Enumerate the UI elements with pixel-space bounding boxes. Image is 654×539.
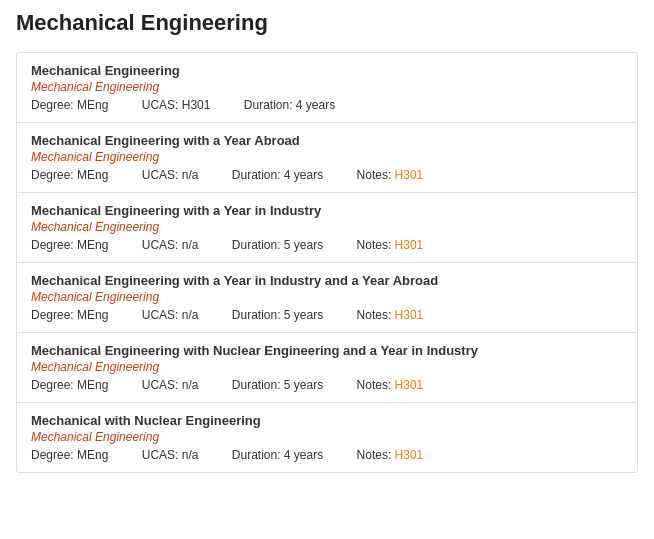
notes-label: Notes: H301 <box>357 308 424 322</box>
course-department: Mechanical Engineering <box>31 150 623 164</box>
course-department: Mechanical Engineering <box>31 290 623 304</box>
ucas-label: UCAS: H301 <box>142 98 231 112</box>
course-meta: Degree: MEng UCAS: n/a Duration: 4 years… <box>31 448 623 462</box>
course-title: Mechanical Engineering with a Year in In… <box>31 203 623 218</box>
duration-value: 4 years <box>284 448 323 462</box>
course-item: Mechanical Engineering with a Year in In… <box>17 193 637 263</box>
degree-value: MEng <box>77 308 108 322</box>
course-department: Mechanical Engineering <box>31 80 623 94</box>
degree-label: Degree: MEng <box>31 238 128 252</box>
degree-value: MEng <box>77 378 108 392</box>
course-item: Mechanical Engineering with a Year in In… <box>17 263 637 333</box>
notes-label: Notes: H301 <box>357 448 424 462</box>
page-title: Mechanical Engineering <box>16 10 638 36</box>
ucas-label: UCAS: n/a <box>142 378 219 392</box>
duration-value: 4 years <box>296 98 335 112</box>
duration-value: 5 years <box>284 238 323 252</box>
course-meta: Degree: MEng UCAS: n/a Duration: 5 years… <box>31 238 623 252</box>
course-department: Mechanical Engineering <box>31 430 623 444</box>
duration-label: Duration: 5 years <box>232 238 343 252</box>
ucas-value: n/a <box>182 168 199 182</box>
apply-link[interactable]: H301 <box>395 308 424 322</box>
course-list: Mechanical EngineeringMechanical Enginee… <box>16 52 638 473</box>
ucas-label: UCAS: n/a <box>142 308 219 322</box>
course-title: Mechanical Engineering with a Year Abroa… <box>31 133 623 148</box>
course-title: Mechanical Engineering <box>31 63 623 78</box>
ucas-label: UCAS: n/a <box>142 168 219 182</box>
ucas-value: n/a <box>182 448 199 462</box>
duration-label: Duration: 5 years <box>232 308 343 322</box>
degree-label: Degree: MEng <box>31 308 128 322</box>
duration-value: 5 years <box>284 308 323 322</box>
duration-value: 4 years <box>284 168 323 182</box>
course-title: Mechanical with Nuclear Engineering <box>31 413 623 428</box>
duration-label: Duration: 5 years <box>232 378 343 392</box>
notes-label: Notes: H301 <box>357 378 424 392</box>
course-meta: Degree: MEng UCAS: n/a Duration: 4 years… <box>31 168 623 182</box>
apply-link[interactable]: H301 <box>395 168 424 182</box>
course-title: Mechanical Engineering with Nuclear Engi… <box>31 343 623 358</box>
course-item: Mechanical EngineeringMechanical Enginee… <box>17 53 637 123</box>
degree-value: MEng <box>77 98 108 112</box>
apply-link[interactable]: H301 <box>395 238 424 252</box>
duration-label: Duration: 4 years <box>244 98 355 112</box>
course-meta: Degree: MEng UCAS: n/a Duration: 5 years… <box>31 378 623 392</box>
course-meta: Degree: MEng UCAS: n/a Duration: 5 years… <box>31 308 623 322</box>
apply-link[interactable]: H301 <box>395 448 424 462</box>
ucas-value: n/a <box>182 308 199 322</box>
course-item: Mechanical with Nuclear EngineeringMecha… <box>17 403 637 472</box>
apply-link[interactable]: H301 <box>395 378 424 392</box>
degree-label: Degree: MEng <box>31 448 128 462</box>
course-item: Mechanical Engineering with a Year Abroa… <box>17 123 637 193</box>
ucas-label: UCAS: n/a <box>142 238 219 252</box>
degree-label: Degree: MEng <box>31 98 128 112</box>
ucas-label: UCAS: n/a <box>142 448 219 462</box>
notes-label: Notes: H301 <box>357 238 424 252</box>
duration-value: 5 years <box>284 378 323 392</box>
notes-label: Notes: H301 <box>357 168 424 182</box>
duration-label: Duration: 4 years <box>232 448 343 462</box>
course-title: Mechanical Engineering with a Year in In… <box>31 273 623 288</box>
degree-value: MEng <box>77 448 108 462</box>
course-department: Mechanical Engineering <box>31 220 623 234</box>
course-department: Mechanical Engineering <box>31 360 623 374</box>
ucas-value: n/a <box>182 378 199 392</box>
course-meta: Degree: MEng UCAS: H301 Duration: 4 year… <box>31 98 623 112</box>
degree-value: MEng <box>77 238 108 252</box>
ucas-value: H301 <box>182 98 211 112</box>
degree-value: MEng <box>77 168 108 182</box>
duration-label: Duration: 4 years <box>232 168 343 182</box>
ucas-value: n/a <box>182 238 199 252</box>
degree-label: Degree: MEng <box>31 168 128 182</box>
degree-label: Degree: MEng <box>31 378 128 392</box>
course-item: Mechanical Engineering with Nuclear Engi… <box>17 333 637 403</box>
